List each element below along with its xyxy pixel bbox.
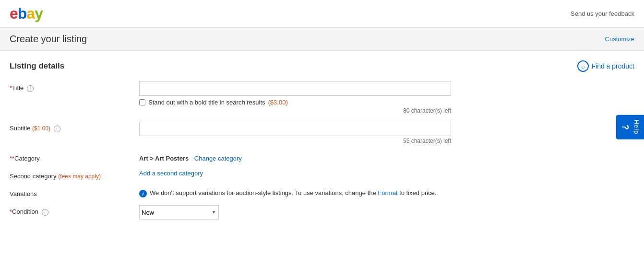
search-icon: ⌕ [577, 60, 589, 72]
section-header: Listing details ⌕ Find a product [10, 60, 634, 72]
header: ebay Send us your feedback [0, 0, 644, 28]
subtitle-price: ($1.00) [32, 125, 50, 132]
logo-y: y [35, 5, 43, 22]
second-category-label: Second category (fees may apply) [10, 170, 139, 180]
variations-label-text: Variations [10, 190, 37, 197]
category-row: **Category Art > Art Posters Change cate… [10, 152, 634, 162]
title-row: *Title i Stand out with a bold title in … [10, 81, 634, 114]
logo-a: a [26, 5, 35, 22]
second-category-field: Add a second category [139, 170, 634, 177]
subtitle-label: Subtitle ($1.00) i [10, 122, 139, 132]
bold-title-price: ($3.00) [268, 99, 288, 106]
help-button[interactable]: Help ? [616, 115, 644, 139]
condition-info-icon[interactable]: i [42, 209, 48, 216]
add-second-category-link[interactable]: Add a second category [139, 170, 203, 177]
category-breadcrumb: Art > Art Posters [139, 155, 189, 162]
logo-b: b [18, 5, 27, 22]
bold-title-row: Stand out with a bold title in search re… [139, 99, 634, 106]
bold-title-checkbox[interactable] [139, 99, 145, 105]
condition-select-wrapper: New Used For parts or not working [139, 205, 219, 219]
customize-link[interactable]: Customize [605, 35, 634, 43]
condition-label: *Condition i [10, 205, 139, 216]
category-label: **Category [10, 152, 139, 162]
condition-label-text: Condition [12, 208, 38, 215]
feedback-link[interactable]: Send us your feedback [571, 10, 634, 17]
title-label: *Title i [10, 81, 139, 92]
logo-e: e [10, 5, 18, 22]
condition-row: *Condition i New Used For parts or not w… [10, 205, 634, 219]
subtitle-row: Subtitle ($1.00) i 55 character(s) left [10, 122, 634, 144]
change-category-link[interactable]: Change category [194, 155, 242, 162]
category-value: Art > Art Posters Change category [139, 152, 242, 162]
title-label-text: Title [12, 84, 24, 92]
bold-title-text: Stand out with a bold title in search re… [148, 99, 265, 106]
main-content: Listing details ⌕ Find a product *Title … [0, 51, 644, 237]
category-label-text: *Category [12, 155, 40, 162]
find-product-label: Find a product [592, 62, 635, 70]
variations-label: Variations [10, 187, 139, 197]
title-field: Stand out with a bold title in search re… [139, 81, 634, 114]
variations-row: Variations i We don't support variations… [10, 187, 634, 197]
second-category-label-text: Second category [10, 173, 57, 180]
format-link[interactable]: Format [378, 189, 397, 196]
condition-field: New Used For parts or not working [139, 205, 634, 219]
listing-details-title: Listing details [10, 61, 64, 71]
subtitle-field: 55 character(s) left [139, 122, 634, 144]
help-label: Help [633, 120, 640, 135]
variations-info: i We don't support variations for auctio… [139, 187, 436, 197]
ebay-logo: ebay [10, 5, 43, 23]
title-char-count: 80 character(s) left [139, 107, 451, 114]
find-product-button[interactable]: ⌕ Find a product [577, 60, 635, 72]
subtitle-label-text: Subtitle [10, 125, 30, 132]
variations-info-icon: i [139, 190, 147, 197]
page-title-bar: Create your listing Customize [0, 28, 644, 51]
title-input[interactable] [139, 81, 451, 96]
page-title: Create your listing [10, 34, 87, 45]
second-category-row: Second category (fees may apply) Add a s… [10, 170, 634, 180]
subtitle-input[interactable] [139, 122, 451, 136]
title-info-icon[interactable]: i [27, 85, 34, 92]
subtitle-info-icon[interactable]: i [54, 126, 60, 132]
second-category-fees: (fees may apply) [58, 173, 101, 180]
subtitle-char-count: 55 character(s) left [139, 138, 451, 144]
condition-select[interactable]: New Used For parts or not working [139, 205, 219, 219]
variations-info-text: We don't support variations for auction-… [150, 189, 436, 196]
help-question-icon: ? [620, 125, 630, 130]
